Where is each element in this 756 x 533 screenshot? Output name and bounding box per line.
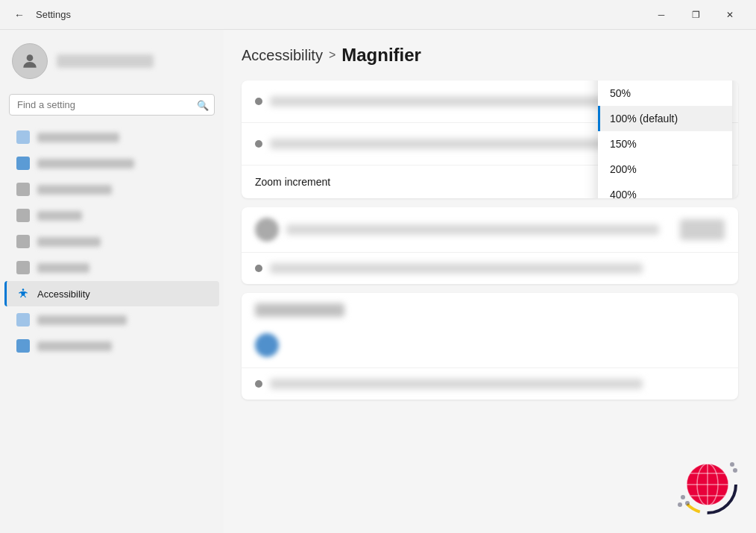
sidebar-item-3[interactable] [4,177,219,202]
nav-label-4 [37,211,82,221]
top-settings-card: Zoom increment 5% 10% 25% 50% 100% (defa… [242,81,738,198]
zoom-dropdown-menu[interactable]: 5% 10% 25% 50% 100% (default) 150% 200% … [598,81,732,198]
middle-row-1-content [286,224,659,235]
user-section [0,37,224,91]
middle-row-2 [242,253,738,284]
svg-point-0 [27,54,34,61]
title-bar-controls: ─ ❐ ✕ [644,3,747,27]
app-body: 🔍 [0,30,756,533]
nav-label-1 [37,133,119,142]
title-bar: ← Settings ─ ❐ ✕ [0,0,756,30]
sidebar-item-accessibility[interactable]: Accessibility [4,281,219,306]
middle-dot-2 [255,265,262,272]
nav-icon-6 [16,261,30,274]
title-bar-left: ← Settings [9,4,71,25]
nav-list: Accessibility [0,124,224,306]
search-icon: 🔍 [197,99,209,110]
row-2-content [270,139,643,149]
row-1-dot [255,98,262,105]
breadcrumb: Accessibility [242,47,323,64]
sub-nav-label-1 [37,315,127,325]
dropdown-option-50[interactable]: 50% [598,81,732,106]
row-2-left [255,139,650,149]
sidebar-sub-1[interactable] [4,307,219,332]
nav-label-2 [37,159,134,168]
middle-dot-1 [255,218,279,242]
bottom-row-1-left [255,333,725,357]
nav-label-5 [37,237,101,247]
sidebar-sub-2[interactable] [4,333,219,359]
dropdown-option-150[interactable]: 150% [598,131,732,157]
minimize-button[interactable]: ─ [644,3,678,27]
search-box: 🔍 [9,94,215,116]
row-2-dot [255,140,262,148]
dropdown-option-100[interactable]: 100% (default) [598,106,732,131]
sidebar-item-6[interactable] [4,255,219,280]
middle-row-2-left [255,263,725,274]
nav-icon-1 [16,130,30,144]
sidebar-item-5[interactable] [4,229,219,254]
bottom-card-header [255,303,344,317]
bottom-row-2 [242,368,738,400]
accessibility-label: Accessibility [37,288,90,300]
bottom-row-1-text [286,344,725,347]
page-title: Magnifier [341,45,421,66]
row-1-content [270,96,643,107]
nav-label-6 [37,263,89,273]
back-button[interactable]: ← [9,4,30,25]
zoom-increment-label: Zoom increment [255,176,330,188]
close-button[interactable]: ✕ [713,3,747,27]
bottom-dot-1 [255,333,279,357]
middle-row-1-left [255,218,680,242]
middle-row-1 [242,207,738,253]
sidebar-item-4[interactable] [4,203,219,228]
sidebar-item-2[interactable] [4,151,219,176]
chevron-icon: > [329,48,336,62]
app-title: Settings [36,9,71,20]
nav-icon-2 [16,157,30,170]
sub-nav-list [0,307,224,359]
zoom-increment-row: Zoom increment 5% 10% 25% 50% 100% (defa… [242,165,738,198]
user-name [57,54,154,68]
svg-point-1 [22,288,25,291]
content-area: Accessibility > Magnifier [224,30,756,533]
dropdown-option-400[interactable]: 400% [598,182,732,198]
middle-settings-card [242,207,738,284]
nav-icon-5 [16,235,30,248]
bottom-row-2-content [270,379,643,389]
page-header: Accessibility > Magnifier [242,45,738,66]
bottom-row-1 [242,323,738,368]
sidebar-item-1[interactable] [4,124,219,150]
middle-row-2-content [270,263,643,274]
avatar [12,43,48,79]
bottom-settings-card [242,293,738,400]
maximize-button[interactable]: ❐ [678,3,713,27]
sub-nav-icon-2 [16,339,30,353]
nav-icon-3 [16,183,30,196]
accessibility-icon [16,287,30,300]
sidebar: 🔍 [0,30,224,533]
nav-icon-4 [16,209,30,222]
bottom-dot-2 [255,380,262,388]
sub-nav-label-2 [37,341,112,351]
bottom-row-2-left [255,379,725,389]
nav-label-3 [37,185,112,195]
search-input[interactable] [9,94,215,116]
sub-nav-icon-1 [16,313,30,327]
middle-row-1-control[interactable] [680,219,725,240]
row-1-left [255,96,650,107]
dropdown-option-200[interactable]: 200% [598,157,732,182]
